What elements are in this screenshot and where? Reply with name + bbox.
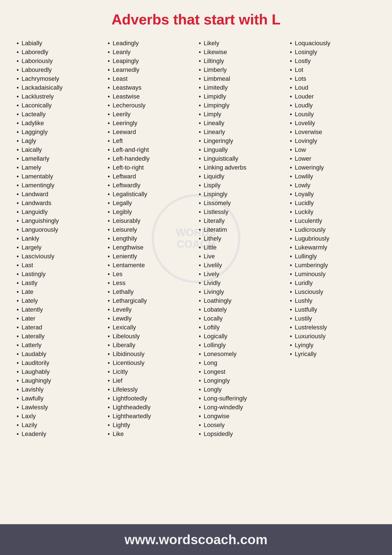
list-item: Lobately (199, 305, 284, 314)
list-item: Lightly (108, 421, 194, 430)
list-item: Lissomely (199, 199, 284, 208)
list-item: Longest (199, 367, 284, 376)
list-item: Least (108, 74, 194, 83)
list-item: Lively (199, 270, 284, 279)
list-item: Lowlily (290, 172, 376, 181)
list-item: Literally (199, 216, 284, 225)
list-item: Lengthwise (108, 243, 194, 252)
list-item: Lostly (290, 57, 376, 65)
list-item: Limpingly (199, 101, 284, 110)
list-item: Lineally (199, 119, 284, 128)
list-item: Lastingly (17, 270, 102, 279)
list-item: Lots (290, 74, 376, 83)
list-item: Lethargically (108, 296, 194, 305)
list-item: Lollingly (199, 341, 284, 350)
columns-wrapper: WORDSCOACH LabiallyLaboredlyLaboriouslyL… (14, 39, 378, 438)
list-item: Leanly (108, 48, 194, 57)
list-item: Lawlessly (17, 403, 102, 412)
list-item: Loyally (290, 190, 376, 199)
list-item: Lowly (290, 181, 376, 190)
list-item: Low (290, 145, 376, 154)
list-item: Luxuriously (290, 332, 376, 341)
list-item: Lightheadedly (108, 403, 194, 412)
list-item: Legibly (108, 208, 194, 216)
list-item: Leisurely (108, 225, 194, 234)
column-1-list: LabiallyLaboredlyLaboriouslyLabouredlyLa… (17, 39, 102, 438)
list-item: Literatim (199, 225, 284, 234)
column-3-list: LikelyLikewiseLiltinglyLimberlyLimbmealL… (199, 39, 284, 438)
list-item: Lithely (199, 234, 284, 243)
list-item: Longwise (199, 412, 284, 421)
list-item: Long-windedly (199, 403, 284, 412)
main-content: Adverbs that start with L WORDSCOACH Lab… (0, 0, 392, 524)
footer: www.wordscoach.com (0, 524, 392, 555)
list-item: Long (199, 359, 284, 367)
list-item: Landwards (17, 199, 102, 208)
list-item: Lamentably (17, 172, 102, 181)
list-item: Legally (108, 199, 194, 208)
list-item: Lackadaisically (17, 83, 102, 92)
list-item: Loudly (290, 101, 376, 110)
column-2: LeadinglyLeanlyLeapinglyLearnedlyLeastLe… (105, 39, 196, 438)
list-item: Lustfully (290, 305, 376, 314)
list-item: Lamely (17, 163, 102, 172)
list-item: Lately (17, 296, 102, 305)
list-item: Loftily (199, 323, 284, 332)
list-item: Lower (290, 154, 376, 163)
list-item: Lugubriously (290, 234, 376, 243)
list-item: Leerily (108, 110, 194, 119)
list-item: Lengthily (108, 234, 194, 243)
column-1: LabiallyLaboredlyLaboriouslyLabouredlyLa… (14, 39, 105, 438)
list-item: Languidly (17, 208, 102, 216)
list-item: Leastways (108, 83, 194, 92)
list-item: Lamentingly (17, 181, 102, 190)
list-item: Lot (290, 65, 376, 74)
list-item: Laughingly (17, 376, 102, 385)
list-item: Libidinously (108, 350, 194, 359)
list-item: Left-to-right (108, 163, 194, 172)
list-item: Lagly (17, 137, 102, 145)
list-item: Linking adverbs (199, 163, 284, 172)
list-item: Less (108, 279, 194, 287)
list-item: Longly (199, 385, 284, 394)
list-item: Likewise (199, 48, 284, 57)
list-item: Ludicrously (290, 225, 376, 234)
list-item: Lumberingly (290, 261, 376, 270)
list-item: Longingly (199, 376, 284, 385)
footer-url: www.wordscoach.com (124, 532, 268, 547)
list-item: Lief (108, 376, 194, 385)
list-item: Losingly (290, 48, 376, 57)
list-item: Lawfully (17, 394, 102, 403)
list-item: Lavishly (17, 385, 102, 394)
list-item: Loosely (199, 421, 284, 430)
list-item: Lyrically (290, 350, 376, 359)
column-2-list: LeadinglyLeanlyLeapinglyLearnedlyLeastLe… (108, 39, 194, 438)
list-item: Lastly (17, 279, 102, 287)
list-item: Laboredly (17, 48, 102, 57)
list-item: Lyingly (290, 341, 376, 350)
list-item: Leastwise (108, 92, 194, 101)
list-item: Linguistically (199, 154, 284, 163)
list-item: Lopsidedly (199, 430, 284, 438)
list-item: Lachrymosely (17, 74, 102, 83)
list-item: Live (199, 252, 284, 261)
list-item: Listlessly (199, 208, 284, 216)
list-item: Lusciously (290, 287, 376, 296)
column-4: LoquaciouslyLosinglyLostlyLotLotsLoudLou… (287, 39, 378, 438)
list-item: Languorously (17, 225, 102, 234)
list-item: Laxly (17, 412, 102, 421)
list-item: Lacteally (17, 110, 102, 119)
list-item: Lingeringly (199, 137, 284, 145)
list-item: Lushly (290, 296, 376, 305)
page-title: Adverbs that start with L (14, 11, 378, 28)
list-item: Laggingly (17, 128, 102, 137)
list-item: Les (108, 270, 194, 279)
list-item: Long-sufferingly (199, 394, 284, 403)
list-item: Lingually (199, 145, 284, 154)
list-item: Left (108, 137, 194, 145)
list-item: Laudably (17, 350, 102, 359)
column-4-list: LoquaciouslyLosinglyLostlyLotLotsLoudLou… (290, 39, 376, 359)
list-item: Leftwardly (108, 181, 194, 190)
list-item: Leeringly (108, 119, 194, 128)
list-item: Labouredly (17, 65, 102, 74)
